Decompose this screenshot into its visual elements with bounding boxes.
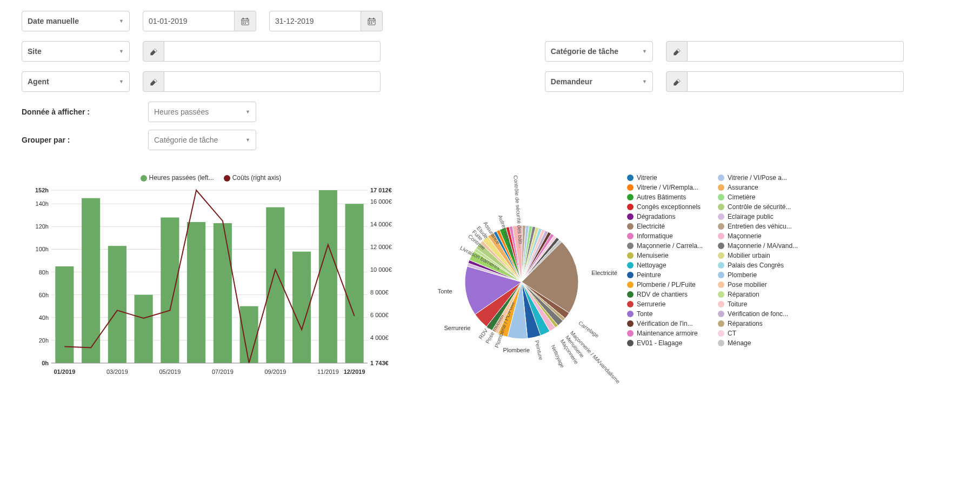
pie-legend-item[interactable]: Entretien des véhicu... <box>718 223 798 230</box>
svg-text:100h: 100h <box>36 246 49 252</box>
svg-text:60h: 60h <box>39 292 49 298</box>
svg-text:6 000€: 6 000€ <box>370 312 389 318</box>
filters-panel: Date manuelle ▼ 01-01-2019 31-12-2019 Si… <box>22 11 958 158</box>
svg-text:12 000€: 12 000€ <box>370 244 392 250</box>
svg-rect-47 <box>108 246 126 363</box>
charts-area: Heures passées (left...Coûts (right axis… <box>22 174 958 390</box>
eraser-icon[interactable] <box>143 41 164 62</box>
svg-rect-49 <box>161 218 179 363</box>
date-from-group: 01-01-2019 <box>143 11 256 31</box>
pie-legend-item[interactable]: Palais des Congrès <box>718 261 798 269</box>
site-select[interactable]: Site ▼ <box>22 41 130 62</box>
pie-legend-item[interactable]: Plomberie <box>718 271 798 279</box>
pie-legend-item[interactable]: Réparation <box>718 291 798 298</box>
pie-legend-item[interactable]: Assurance <box>718 184 798 191</box>
date-from-input[interactable]: 01-01-2019 <box>143 11 235 31</box>
pie-legend-item[interactable]: Congès exceptionnels <box>627 203 707 211</box>
date-mode-label: Date manuelle <box>28 17 79 25</box>
svg-rect-11 <box>369 17 370 19</box>
pie-legend-item[interactable]: Contrôle de sécurité... <box>718 203 798 211</box>
pie-legend-item[interactable]: Autres Bâtiments <box>627 193 707 201</box>
pie-chart-svg: ElectricitéCarrelageMaçonnerie / MA/vand… <box>432 174 622 390</box>
eraser-icon[interactable] <box>666 41 688 62</box>
pie-legend-item[interactable]: Maintenance armoire <box>627 330 707 337</box>
svg-rect-45 <box>55 266 74 363</box>
calendar-icon[interactable] <box>235 11 256 31</box>
agent-input-group <box>143 71 381 92</box>
pie-legend-item[interactable]: Serrurerie <box>627 300 707 308</box>
pie-legend-item[interactable]: Tonte <box>627 310 707 318</box>
pie-legend: VitrerieVitrerie / VI/Pose a...Vitrerie … <box>627 174 798 347</box>
svg-text:05/2019: 05/2019 <box>159 368 181 375</box>
svg-rect-14 <box>371 21 372 22</box>
pie-legend-item[interactable]: CT <box>718 330 798 337</box>
category-input[interactable] <box>688 41 904 62</box>
pie-legend-item[interactable]: Eclairage public <box>718 213 798 220</box>
pie-legend-item[interactable]: Nettoyage <box>627 261 707 269</box>
eraser-icon[interactable] <box>666 71 688 92</box>
legend-item[interactable]: Heures passées (left... <box>141 174 214 182</box>
svg-text:11/2019: 11/2019 <box>317 368 339 375</box>
pie-legend-item[interactable]: Maçonnerie / Carrela... <box>627 242 707 250</box>
svg-text:07/2019: 07/2019 <box>212 368 234 375</box>
display-data-select[interactable]: Heures passées ▼ <box>148 102 256 122</box>
pie-legend-item[interactable]: Vitrerie <box>627 174 707 182</box>
chevron-down-icon: ▼ <box>119 49 124 54</box>
pie-legend-item[interactable]: Toiture <box>718 300 798 308</box>
legend-item[interactable]: Coûts (right axis) <box>224 174 282 182</box>
svg-text:40h: 40h <box>39 314 49 321</box>
agent-label: Agent <box>28 77 49 86</box>
pie-legend-item[interactable]: Pose mobilier <box>718 281 798 289</box>
pie-legend-item[interactable]: Plomberie / PL/Fuite <box>627 281 707 289</box>
agent-select[interactable]: Agent ▼ <box>22 71 130 92</box>
agent-input[interactable] <box>164 71 381 92</box>
category-input-group <box>666 41 904 62</box>
svg-text:152h: 152h <box>35 187 49 193</box>
chevron-down-icon: ▼ <box>119 18 124 24</box>
display-data-label: Donnée à afficher : <box>22 108 135 116</box>
calendar-icon[interactable] <box>361 11 383 31</box>
category-select[interactable]: Catégorie de tâche ▼ <box>545 41 653 62</box>
pie-legend-item[interactable]: RDV de chantiers <box>627 291 707 298</box>
date-to-input[interactable]: 31-12-2019 <box>269 11 361 31</box>
pie-legend-item[interactable]: Vitrerie / VI/Rempla... <box>627 184 707 191</box>
svg-rect-13 <box>369 21 370 22</box>
pie-legend-item[interactable]: Menuiserie <box>627 252 707 259</box>
pie-legend-item[interactable]: Cimetière <box>718 193 798 201</box>
pie-legend-item[interactable]: Réparations <box>718 320 798 327</box>
svg-text:03/2019: 03/2019 <box>106 368 128 375</box>
pie-legend-item[interactable]: EV01 - Elagage <box>627 339 707 347</box>
pie-legend-item[interactable]: Vérification de fonc... <box>718 310 798 318</box>
pie-legend-item[interactable]: Electricité <box>627 223 707 230</box>
pie-legend-item[interactable]: Ménage <box>718 339 798 347</box>
pie-legend-item[interactable]: Mobilier urbain <box>718 252 798 259</box>
eraser-icon[interactable] <box>143 71 164 92</box>
pie-legend-item[interactable]: Dégradations <box>627 213 707 220</box>
svg-rect-3 <box>246 17 248 19</box>
svg-text:01/2019: 01/2019 <box>54 368 75 375</box>
pie-legend-item[interactable]: Informatique <box>627 232 707 240</box>
pie-legend-item[interactable]: Maçonnerie <box>718 232 798 240</box>
svg-rect-8 <box>245 23 246 24</box>
site-input-group <box>143 41 381 62</box>
date-mode-select[interactable]: Date manuelle ▼ <box>22 11 130 31</box>
svg-text:Serrurerie: Serrurerie <box>444 325 470 331</box>
pie-legend-item[interactable]: Peinture <box>627 271 707 279</box>
group-by-select[interactable]: Catégorie de tâche ▼ <box>148 130 256 150</box>
svg-text:4 000€: 4 000€ <box>370 334 389 341</box>
requester-select[interactable]: Demandeur ▼ <box>545 71 653 92</box>
chevron-down-icon: ▼ <box>642 49 647 54</box>
svg-text:Tonte: Tonte <box>438 288 452 294</box>
pie-legend-item[interactable]: Vérification de l'in... <box>627 320 707 327</box>
site-input[interactable] <box>164 41 381 62</box>
pie-chart-area: ElectricitéCarrelageMaçonnerie / MA/vand… <box>432 174 958 390</box>
svg-text:1 743€: 1 743€ <box>370 360 389 366</box>
svg-text:17 012€: 17 012€ <box>370 187 392 193</box>
svg-rect-16 <box>369 23 370 24</box>
pie-legend-item[interactable]: Maçonnerie / MA/vand... <box>718 242 798 250</box>
requester-input[interactable] <box>688 71 904 92</box>
svg-rect-15 <box>373 21 374 22</box>
svg-text:20h: 20h <box>39 337 49 344</box>
svg-rect-12 <box>373 17 374 19</box>
pie-legend-item[interactable]: Vitrerie / VI/Pose a... <box>718 174 798 182</box>
